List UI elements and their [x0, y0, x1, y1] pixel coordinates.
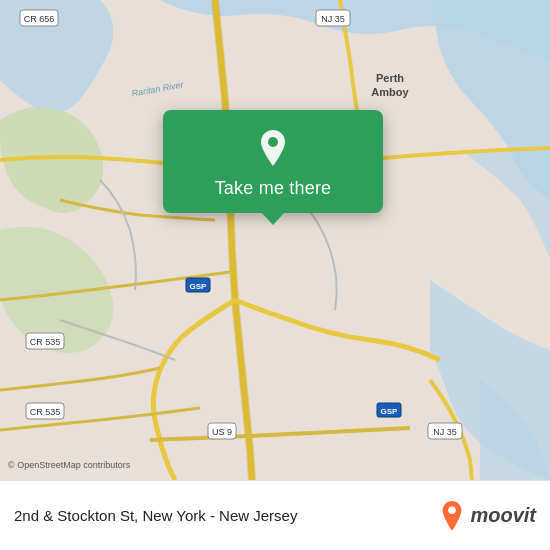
moovit-logo: moovit	[438, 500, 536, 532]
svg-text:CR 535: CR 535	[30, 337, 61, 347]
moovit-brand-text: moovit	[470, 504, 536, 527]
svg-text:Perth: Perth	[376, 72, 404, 84]
svg-point-23	[268, 137, 278, 147]
map-svg: CR 656 NJ 35 Perth Amboy Raritan River G…	[0, 0, 550, 480]
svg-text:CR 535: CR 535	[30, 407, 61, 417]
svg-text:© OpenStreetMap contributors: © OpenStreetMap contributors	[8, 460, 131, 470]
svg-text:CR 656: CR 656	[24, 14, 55, 24]
destination-text: 2nd & Stockton St, New York - New Jersey	[14, 507, 438, 524]
svg-text:GSP: GSP	[381, 407, 399, 416]
map-container: CR 656 NJ 35 Perth Amboy Raritan River G…	[0, 0, 550, 480]
svg-text:GSP: GSP	[190, 282, 208, 291]
location-pin-icon	[251, 126, 295, 170]
svg-point-24	[449, 506, 457, 514]
svg-text:Amboy: Amboy	[371, 86, 409, 98]
svg-text:NJ 35: NJ 35	[321, 14, 345, 24]
bottom-bar: 2nd & Stockton St, New York - New Jersey…	[0, 480, 550, 550]
svg-text:US 9: US 9	[212, 427, 232, 437]
svg-text:NJ 35: NJ 35	[433, 427, 457, 437]
moovit-pin-icon	[438, 500, 466, 532]
take-me-there-label: Take me there	[215, 178, 332, 199]
take-me-there-popup[interactable]: Take me there	[163, 110, 383, 213]
